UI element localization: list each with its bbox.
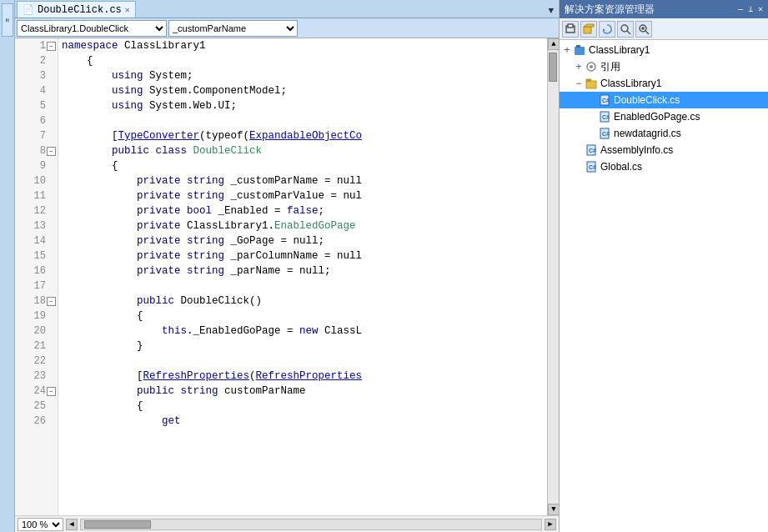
tree-item-newdatagridcs[interactable]: C# newdatagrid.cs xyxy=(560,125,768,142)
code-line-10: private string _customParName = null xyxy=(58,173,547,188)
tree-item-enabledgopagecs[interactable]: C# EnabledGoPage.cs xyxy=(560,108,768,125)
gutter-row-17: 17 xyxy=(15,279,58,294)
gutter-row-22: 22 xyxy=(15,354,58,369)
expander-ref: + xyxy=(573,61,585,73)
editor-toolbar: ClassLibrary1.DoubleClick _customParName xyxy=(15,18,559,38)
horizontal-scrollbar[interactable] xyxy=(80,519,542,530)
tree-item-doubleclickcs[interactable]: C# DoubleClick.cs xyxy=(560,92,768,108)
collapse-24[interactable]: − xyxy=(47,387,56,396)
svg-point-5 xyxy=(621,25,628,32)
collapse-18[interactable]: − xyxy=(47,297,56,306)
tab-dropdown[interactable]: ▼ xyxy=(545,4,557,18)
class-select[interactable]: ClassLibrary1.DoubleClick xyxy=(17,20,167,37)
vscroll-thumb[interactable] xyxy=(549,53,557,82)
solution-tree: + ClassLibrary1 + 引用 − xyxy=(560,40,768,532)
gutter-row-21: 21 xyxy=(15,339,58,354)
gutter-row-12: 12 xyxy=(15,203,58,218)
code-line-2: { xyxy=(58,53,547,68)
editor-bottom-bar: 100 % ◀ ▶ xyxy=(15,515,559,532)
gutter-row-14: 14 xyxy=(15,233,58,248)
code-line-13: private ClassLibrary1.EnabledGoPage xyxy=(58,218,547,233)
code-line-20: this._EnabledGoPage = new ClassL xyxy=(58,324,547,339)
gutter-row-26: 26 xyxy=(15,414,58,429)
toolbar-btn-2[interactable] xyxy=(580,21,597,38)
gutter-row-11: 11 xyxy=(15,188,58,203)
svg-marker-3 xyxy=(584,24,594,27)
svg-rect-11 xyxy=(575,47,585,55)
svg-text:C#: C# xyxy=(602,131,610,137)
tree-item-ref[interactable]: + 引用 xyxy=(560,58,768,75)
tree-label-root: ClassLibrary1 xyxy=(589,44,650,56)
code-line-21: } xyxy=(58,339,547,354)
tree-label-enabledgopagecs: EnabledGoPage.cs xyxy=(614,111,700,123)
tree-label-doubleclickcs: DoubleClick.cs xyxy=(614,94,680,106)
vscroll-track[interactable] xyxy=(548,50,559,504)
vscroll-down-arrow[interactable]: ▼ xyxy=(548,504,559,515)
hscroll-left-arrow[interactable]: ◀ xyxy=(66,519,78,530)
member-select[interactable]: _customParName xyxy=(168,20,298,37)
code-line-6 xyxy=(58,113,547,128)
svg-rect-2 xyxy=(584,27,591,33)
code-line-1: namespace ClassLibrary1 xyxy=(58,38,547,53)
collapse-1[interactable]: − xyxy=(47,42,56,51)
toolbar-btn-3[interactable] xyxy=(599,21,615,38)
pin-button[interactable]: — ⊥ ✕ xyxy=(738,4,763,14)
tree-label-globalcs: Global.cs xyxy=(600,161,642,173)
code-line-7: [TypeConverter(typeof(ExpandableObjectCo xyxy=(58,128,547,143)
vertical-scrollbar[interactable]: ▲ ▼ xyxy=(547,38,559,515)
collapse-8[interactable]: − xyxy=(47,147,56,156)
toolbar-btn-4[interactable] xyxy=(617,21,634,38)
zoom-select[interactable]: 100 % xyxy=(18,518,63,531)
left-toolbar-btn1[interactable]: ≡ xyxy=(2,3,13,37)
svg-rect-12 xyxy=(576,45,580,48)
tree-label-assemblyinfocs: AssemblyInfo.cs xyxy=(600,144,673,156)
gutter-row-15: 15 xyxy=(15,248,58,263)
svg-point-14 xyxy=(590,65,593,68)
svg-text:C#: C# xyxy=(602,98,610,103)
gutter-row-13: 13 xyxy=(15,218,58,233)
code-content[interactable]: namespace ClassLibrary1 { using System; … xyxy=(58,38,547,515)
tree-item-globalcs[interactable]: C# Global.cs xyxy=(560,158,768,175)
cs-icon-newdatagridcs: C# xyxy=(598,127,611,140)
svg-text:C#: C# xyxy=(589,164,596,170)
solution-explorer-titlebar: 解决方案资源管理器 — ⊥ ✕ xyxy=(560,0,768,18)
solution-title-controls: — ⊥ ✕ xyxy=(738,4,763,14)
cs-icon-assemblyinfocs: C# xyxy=(585,143,598,157)
svg-line-6 xyxy=(627,31,630,34)
hscroll-right-arrow[interactable]: ▶ xyxy=(545,519,556,530)
tab-bar: 📄 DoubleClick.cs ✕ ▼ xyxy=(15,0,559,18)
hscroll-thumb[interactable] xyxy=(84,520,151,529)
gutter-row-5: 5 xyxy=(15,98,58,113)
code-line-15: private string _parColumnName = null xyxy=(58,248,547,263)
tab-doubleclickcs[interactable]: 📄 DoubleClick.cs ✕ xyxy=(17,1,136,18)
gutter-row-24: 24 − xyxy=(15,384,58,399)
line-gutter: 1 − 2 3 4 5 6 7 8 − 9 10 11 12 13 14 15 … xyxy=(15,38,58,515)
tree-label-folder: ClassLibrary1 xyxy=(600,78,661,89)
code-line-25: { xyxy=(58,399,547,414)
solution-explorer-toolbar xyxy=(560,18,768,40)
gutter-row-9: 9 xyxy=(15,158,58,173)
code-line-17 xyxy=(58,279,547,294)
tab-close-icon[interactable]: ✕ xyxy=(125,5,130,15)
code-line-3: using System; xyxy=(58,68,547,83)
gutter-row-18: 18 − xyxy=(15,294,58,309)
code-line-11: private string _customParValue = nul xyxy=(58,188,547,203)
left-toolbar: ≡ xyxy=(0,0,15,532)
tree-item-folder[interactable]: − ClassLibrary1 xyxy=(560,75,768,92)
tree-item-classlibrary1-root[interactable]: + ClassLibrary1 xyxy=(560,42,768,58)
tree-item-assemblyinfocs[interactable]: C# AssemblyInfo.cs xyxy=(560,142,768,158)
gutter-row-23: 23 xyxy=(15,369,58,384)
code-line-24: public string customParName xyxy=(58,384,547,399)
toolbar-btn-5[interactable] xyxy=(635,21,652,38)
code-line-23: [RefreshProperties(RefreshProperties xyxy=(58,369,547,384)
editor-panel: 📄 DoubleClick.cs ✕ ▼ ClassLibrary1.Doubl… xyxy=(15,0,560,532)
proj-icon xyxy=(573,43,586,57)
solution-explorer-panel: 解决方案资源管理器 — ⊥ ✕ xyxy=(560,0,768,532)
toolbar-btn-1[interactable] xyxy=(562,21,579,38)
svg-rect-15 xyxy=(586,81,596,88)
vscroll-up-arrow[interactable]: ▲ xyxy=(548,38,559,50)
code-line-26: get xyxy=(58,414,547,429)
expander-root: + xyxy=(561,44,573,56)
code-line-9: { xyxy=(58,158,547,173)
svg-rect-1 xyxy=(568,24,573,28)
